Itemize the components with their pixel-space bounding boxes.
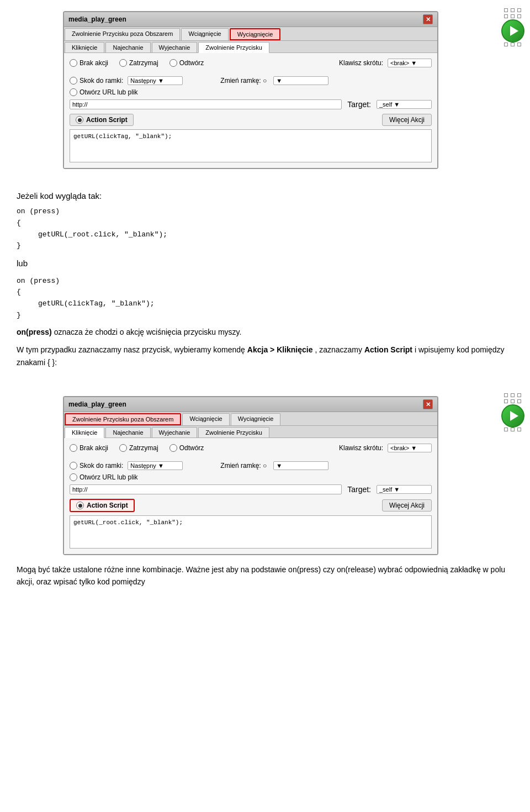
dialog-titlebar-2: media_play_green ✕	[64, 397, 437, 412]
code-block-1: on (press) { getURL(_root.click, "_blank…	[17, 206, 513, 252]
main-content: Jeżeli kod wygląda tak: on (press) { get…	[0, 180, 530, 385]
radio-label-odtworz: Odtwórz	[179, 59, 204, 67]
url-input[interactable]	[70, 99, 342, 109]
tab-wyciagniecie[interactable]: Wyciągnięcie	[230, 28, 281, 40]
play-icon-area-2	[501, 393, 524, 433]
radio2-label-odtworz: Odtwórz	[179, 444, 204, 452]
tab2-klikniecie[interactable]: Kliknięcie	[65, 427, 104, 438]
radio2-odtworz[interactable]: Odtwórz	[169, 444, 204, 452]
tab2-wyciagniecie[interactable]: Wyciągnięcie	[231, 413, 281, 425]
radio2-skok[interactable]: Skok do ramki:	[70, 462, 123, 470]
tab2-zwolnienie-poza[interactable]: Zwolnienie Przycisku poza Obszarem	[65, 413, 181, 425]
radio-group-2: Brak akcji Zatrzymaj Odtwórz	[70, 444, 204, 452]
dialog-tabs-row1: Zwolnienie Przycisku poza Obszarem Wciąg…	[64, 27, 437, 41]
tab-zwolnienie-przycisku[interactable]: Zwolnienie Przycisku	[198, 42, 269, 53]
dot-3	[517, 8, 521, 12]
frame-next-select[interactable]: Następny ▼	[128, 76, 183, 85]
change-frame-label-2: Zmień ramkę: ○	[220, 462, 267, 470]
tab2-wciagniecie[interactable]: Wciągnięcie	[182, 413, 229, 425]
shortcut-label-2: Klawisz skrótu:	[339, 444, 383, 452]
dot-2	[511, 8, 515, 12]
radio2-url[interactable]: Otwórz URL lub plik	[70, 473, 138, 481]
dot-4	[504, 14, 508, 18]
radio-label-url: Otwórz URL lub plik	[80, 88, 138, 96]
dot-grid-top-2	[504, 393, 522, 403]
change-frame-select-2[interactable]: ▼	[273, 461, 328, 470]
radio2-label-zatrzymaj: Zatrzymaj	[129, 444, 158, 452]
radio-circle-url	[70, 88, 77, 96]
radio2-circle-brak	[70, 444, 77, 452]
tab-klikniecie[interactable]: Kliknięcie	[65, 42, 104, 52]
url-input-2[interactable]	[70, 484, 342, 494]
tab2-najechanie[interactable]: Najechanie	[105, 427, 150, 437]
target-label: Target:	[347, 100, 371, 109]
flash-dialog-2: media_play_green ✕ Zwolnienie Przycisku …	[63, 396, 438, 555]
dialog-close-button-1[interactable]: ✕	[423, 14, 433, 24]
dot2-7	[504, 428, 508, 431]
tab-wciagniecie[interactable]: Wciągnięcie	[181, 28, 228, 40]
shortcut-select-2[interactable]: <brak> ▼	[388, 444, 432, 452]
action-script-button-2[interactable]: Action Script	[70, 499, 135, 512]
dot2-3	[517, 393, 521, 397]
change-frame-select[interactable]: ▼	[273, 76, 328, 85]
radio-label-skok: Skok do ramki:	[80, 77, 123, 85]
dot-5	[511, 14, 515, 18]
action-script-button-1[interactable]: Action Script	[70, 114, 134, 126]
target-select-2[interactable]: _self ▼	[377, 485, 432, 494]
dot2-8	[511, 428, 515, 431]
radio2-label-skok: Skok do ramki:	[80, 462, 123, 470]
radio-label-brak: Brak akcji	[80, 59, 108, 67]
dot-grid-bottom-1	[504, 43, 522, 46]
section-heading-1: Jeżeli kod wygląda tak:	[17, 191, 513, 201]
dot2-5	[511, 399, 515, 403]
play-button-icon-1[interactable]	[501, 19, 524, 43]
dialog-tabs-row3: Zwolnienie Przycisku poza Obszarem Wciąg…	[64, 412, 437, 426]
shortcut-row-2: Klawisz skrótu: <brak> ▼	[339, 444, 432, 452]
radio2-label-url: Otwórz URL lub plik	[80, 473, 138, 481]
target-select[interactable]: _self ▼	[377, 100, 432, 109]
radio-zatrzymaj[interactable]: Zatrzymaj	[119, 59, 158, 67]
dot-grid-top-1	[504, 8, 522, 18]
dot-1	[504, 8, 508, 12]
radio-group-1: Brak akcji Zatrzymaj Odtwórz	[70, 59, 204, 67]
radio-brak-akcji[interactable]: Brak akcji	[70, 59, 108, 67]
radio2-brak-akcji[interactable]: Brak akcji	[70, 444, 108, 452]
dialog-title-1: media_play_green	[68, 15, 126, 23]
radio-odtwórz[interactable]: Odtwórz	[169, 59, 204, 67]
para2-prefix: W tym przypadku zaznaczamy nasz przycisk…	[17, 345, 247, 354]
tab-najechanie[interactable]: Najechanie	[105, 42, 150, 52]
radio2-zatrzymaj[interactable]: Zatrzymaj	[119, 444, 158, 452]
dot-9	[517, 43, 521, 46]
code-area-2[interactable]: getURL(_root.click, "_blank");	[70, 515, 432, 549]
radio-skok[interactable]: Skok do ramki:	[70, 77, 123, 85]
paragraph-1-text: oznacza że chodzi o akcję wciśnięcia prz…	[54, 328, 242, 336]
more-actions-button-2[interactable]: Więcej Akcji	[382, 499, 432, 512]
play-icon-area-1	[501, 8, 524, 48]
dot2-4	[504, 399, 508, 403]
para2-bold2: Action Script	[364, 345, 412, 354]
radio-circle-odtworz	[169, 59, 177, 67]
more-actions-button-1[interactable]: Więcej Akcji	[382, 114, 432, 126]
tab2-zwolnienie-przycisku[interactable]: Zwolnienie Przycisku	[198, 427, 269, 437]
code-area-1[interactable]: getURL(clickTag, "_blank");	[70, 129, 432, 162]
radio2-circle-zatrzymaj	[119, 444, 127, 452]
flash-dialog-1: media_play_green ✕ Zwolnienie Przycisku …	[63, 11, 438, 169]
paragraph-3: Mogą być także ustalone różne inne kombi…	[17, 563, 513, 588]
dialog-close-button-2[interactable]: ✕	[423, 399, 433, 409]
para2-middle: , zaznaczamy	[315, 345, 364, 354]
code-text-2: getURL(_root.click, "_blank");	[73, 519, 183, 526]
dot2-1	[504, 393, 508, 397]
frame-next-select-2[interactable]: Następny ▼	[128, 461, 183, 470]
play-button-icon-2[interactable]	[501, 404, 524, 428]
dialog-titlebar-1: media_play_green ✕	[64, 12, 437, 27]
separator-word: lub	[17, 257, 513, 270]
shortcut-select[interactable]: <brak> ▼	[388, 59, 432, 67]
radio-url[interactable]: Otwórz URL lub plik	[70, 88, 138, 96]
code-text-1: getURL(clickTag, "_blank");	[73, 133, 172, 140]
tab-wyjechanie[interactable]: Wyjechanie	[152, 42, 198, 52]
tab-zwolnienie-poza[interactable]: Zwolnienie Przycisku poza Obszarem	[65, 28, 180, 40]
tab2-wyjechanie[interactable]: Wyjechanie	[152, 427, 198, 437]
dot2-6	[517, 399, 521, 403]
action-script-label-1: Action Script	[86, 116, 128, 124]
radio-label-zatrzymaj: Zatrzymaj	[129, 59, 158, 67]
